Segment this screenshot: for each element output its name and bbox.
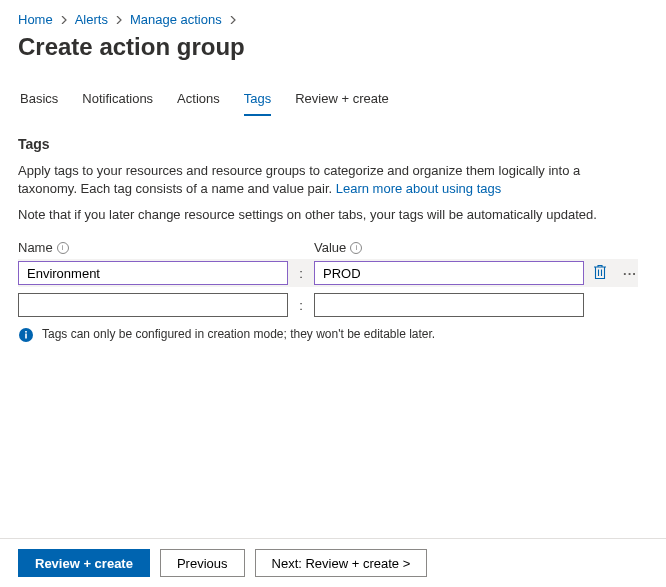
tab-actions[interactable]: Actions: [177, 85, 220, 116]
learn-more-link[interactable]: Learn more about using tags: [336, 181, 502, 196]
info-notice: Tags can only be configured in creation …: [18, 327, 648, 343]
tag-row: :: [18, 293, 638, 317]
info-icon[interactable]: i: [57, 242, 69, 254]
svg-rect-2: [25, 331, 27, 333]
chevron-right-icon: [228, 15, 238, 25]
delete-tag-button[interactable]: [590, 263, 610, 283]
tag-value-input[interactable]: [314, 293, 584, 317]
info-icon: [18, 327, 34, 343]
breadcrumb-alerts[interactable]: Alerts: [75, 12, 108, 27]
section-heading: Tags: [18, 136, 648, 152]
tab-review-create[interactable]: Review + create: [295, 85, 389, 116]
breadcrumb: Home Alerts Manage actions: [18, 12, 648, 27]
section-body-1: Apply tags to your resources and resourc…: [18, 162, 638, 198]
ellipsis-icon: ···: [623, 266, 637, 281]
tag-name-input[interactable]: [18, 261, 288, 285]
tag-row: : ···: [18, 259, 638, 287]
trash-icon: [593, 264, 607, 283]
breadcrumb-home[interactable]: Home: [18, 12, 53, 27]
tab-tags[interactable]: Tags: [244, 85, 271, 116]
tags-table: Name i Value i : ···: [18, 240, 638, 317]
more-actions-button[interactable]: ···: [620, 263, 640, 283]
breadcrumb-manage-actions[interactable]: Manage actions: [130, 12, 222, 27]
tags-value-label: Value: [314, 240, 346, 255]
tab-basics[interactable]: Basics: [20, 85, 58, 116]
tags-name-label: Name: [18, 240, 53, 255]
tags-name-col-header: Name i: [18, 240, 288, 255]
tags-value-col-header: Value i: [314, 240, 584, 255]
section-body-2: Note that if you later change resource s…: [18, 206, 638, 224]
chevron-right-icon: [114, 15, 124, 25]
footer-bar: Review + create Previous Next: Review + …: [0, 538, 666, 587]
info-icon[interactable]: i: [350, 242, 362, 254]
chevron-right-icon: [59, 15, 69, 25]
review-create-button[interactable]: Review + create: [18, 549, 150, 577]
svg-rect-1: [25, 334, 27, 339]
tag-name-input[interactable]: [18, 293, 288, 317]
next-button[interactable]: Next: Review + create >: [255, 549, 428, 577]
previous-button[interactable]: Previous: [160, 549, 245, 577]
tag-value-input[interactable]: [314, 261, 584, 285]
tab-notifications[interactable]: Notifications: [82, 85, 153, 116]
colon-separator: :: [294, 266, 308, 281]
tabs: Basics Notifications Actions Tags Review…: [18, 85, 648, 116]
notice-text: Tags can only be configured in creation …: [42, 327, 435, 341]
page-title: Create action group: [18, 33, 648, 61]
colon-separator: :: [294, 298, 308, 313]
